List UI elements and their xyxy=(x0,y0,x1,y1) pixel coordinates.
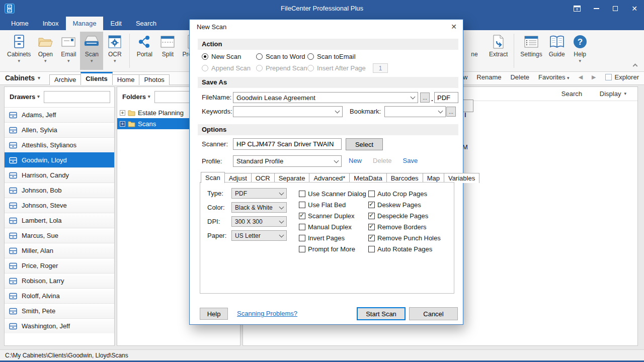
files-search-button[interactable]: Search xyxy=(561,90,582,98)
checkbox-option[interactable]: ✓ Invert Pages xyxy=(299,234,366,242)
bookmark-browse-button[interactable]: ... xyxy=(446,107,456,117)
drawer-list-item[interactable]: Johnson, Steve xyxy=(5,198,114,213)
close-window-icon[interactable]: ✕ xyxy=(625,0,644,17)
insert-after-page-input[interactable] xyxy=(373,63,388,73)
ribbon-button-open[interactable]: Open ▾ xyxy=(34,32,57,70)
explorer-toggle[interactable]: Explorer xyxy=(605,73,639,81)
checkbox-option[interactable]: ✓ Despeckle Pages xyxy=(368,212,441,220)
checkbox-icon[interactable]: ✓ xyxy=(368,213,375,219)
explorer-checkbox[interactable] xyxy=(605,74,612,80)
checkbox-icon[interactable]: ✓ xyxy=(368,202,375,208)
drawer-list-item[interactable]: Robison, Larry xyxy=(5,273,114,288)
settings-tab[interactable]: Separate xyxy=(274,173,310,183)
forward-arrow-icon[interactable]: ▶ xyxy=(592,74,596,80)
cabinet-tab[interactable]: Archive xyxy=(49,74,81,85)
radio-button-icon[interactable] xyxy=(256,53,263,60)
ribbon-button-extract[interactable]: Extract xyxy=(486,32,511,70)
dialog-close-icon[interactable]: ✕ xyxy=(451,23,457,31)
select-scanner-button[interactable]: Select xyxy=(346,138,383,150)
checkbox-option[interactable]: ✓ Use Scanner Dialog xyxy=(299,190,366,198)
drawer-list-item[interactable]: Marcus, Sue xyxy=(5,228,114,243)
ribbon-button-split[interactable]: Split xyxy=(156,32,179,70)
profile-link[interactable]: Save xyxy=(403,157,418,164)
menu-tab[interactable]: Home xyxy=(4,17,36,30)
drawer-list-item[interactable]: Washington, Jeff xyxy=(5,318,114,333)
drawer-list-item[interactable]: Goodwin, Lloyd xyxy=(5,152,114,167)
filename-browse-button[interactable]: ... xyxy=(420,93,430,103)
drawer-list-item[interactable]: Miller, Alan xyxy=(5,243,114,258)
maximize-icon[interactable] xyxy=(606,0,625,17)
ribbon-button-guide[interactable]: Guide xyxy=(545,32,569,70)
help-button[interactable]: Help xyxy=(200,308,228,320)
settings-tab[interactable]: MetaData xyxy=(349,173,386,183)
profile-link[interactable]: New xyxy=(349,157,362,164)
checkbox-icon[interactable]: ✓ xyxy=(368,191,375,197)
checkbox-icon[interactable]: ✓ xyxy=(299,191,305,197)
radio-button-icon[interactable] xyxy=(307,53,314,60)
checkbox-icon[interactable]: ✓ xyxy=(368,235,375,241)
ribbon-button-email[interactable]: Email ▾ xyxy=(57,32,80,70)
cancel-button[interactable]: Cancel xyxy=(409,307,458,320)
checkbox-icon[interactable]: ✓ xyxy=(299,235,305,241)
folders-dropdown[interactable]: Folders▾ xyxy=(122,91,150,101)
drawer-list-item[interactable]: Johnson, Bob xyxy=(5,183,114,198)
menu-tab[interactable]: Search xyxy=(129,17,164,30)
checkbox-option[interactable]: ✓ Manual Duplex xyxy=(299,223,366,231)
radio-option[interactable]: Scan to Word xyxy=(256,53,307,60)
files-display-dropdown[interactable]: Display▾ xyxy=(600,90,626,98)
checkbox-option[interactable]: ✓ Remove Borders xyxy=(368,223,441,231)
select-dropdown[interactable]: US Letter xyxy=(231,230,287,241)
checkbox-icon[interactable]: ✓ xyxy=(299,202,305,208)
drawers-search-input[interactable] xyxy=(44,91,110,103)
select-dropdown[interactable]: Black & White xyxy=(231,202,287,213)
checkbox-option[interactable]: ✓ Deskew Pages xyxy=(368,201,441,209)
keywords-combobox[interactable] xyxy=(233,106,343,117)
checkbox-icon[interactable]: ✓ xyxy=(368,224,375,230)
settings-tab[interactable]: OCR xyxy=(251,173,275,183)
drawer-list-item[interactable]: Atteshlis, Stylianos xyxy=(5,137,114,152)
menu-tab[interactable]: Manage xyxy=(66,17,104,30)
radio-button-icon[interactable] xyxy=(202,53,208,60)
cabinet-tab[interactable]: Home xyxy=(112,74,140,85)
expand-plus-icon[interactable]: + xyxy=(120,110,125,116)
drawer-list-item[interactable]: Allen, Sylvia xyxy=(5,122,114,137)
extension-input[interactable] xyxy=(434,92,458,103)
checkbox-option[interactable]: ✓ Auto Rotate Pages xyxy=(368,245,441,253)
select-dropdown[interactable]: 300 X 300 xyxy=(231,216,287,227)
ribbon-button-portal[interactable]: Portal xyxy=(133,32,156,70)
checkbox-option[interactable]: ✓ Scanner Duplex xyxy=(299,212,366,220)
checkbox-icon[interactable]: ✓ xyxy=(299,213,305,219)
menu-tab[interactable]: Edit xyxy=(103,17,128,30)
checkbox-icon[interactable]: ✓ xyxy=(368,246,375,252)
checkbox-option[interactable]: ✓ Auto Crop Pages xyxy=(368,190,441,198)
ribbon-button-ocr[interactable]: OCR ▾ xyxy=(103,32,126,70)
ribbon-button-partial-label[interactable]: ne xyxy=(463,32,486,70)
radio-option[interactable]: Prepend Scan xyxy=(256,64,307,72)
checkbox-option[interactable]: ✓ Use Flat Bed xyxy=(299,201,366,209)
settings-tab[interactable]: Map xyxy=(423,173,444,183)
expand-plus-icon[interactable]: + xyxy=(120,121,125,127)
profile-link[interactable]: Delete xyxy=(373,157,392,164)
ribbon-button-cabinets[interactable]: Cabinets ▾ xyxy=(4,32,34,70)
drawer-list-item[interactable]: Roloff, Alvina xyxy=(5,288,114,303)
favorites-dropdown[interactable]: Favorites ▾ xyxy=(538,73,570,81)
radio-option[interactable]: Append Scan xyxy=(202,64,256,72)
scanner-input[interactable] xyxy=(233,138,342,150)
scanning-problems-link[interactable]: Scanning Problems? xyxy=(237,310,297,317)
drawer-list-item[interactable]: Smith, Pete xyxy=(5,303,114,318)
drawer-list-item[interactable]: Price, Roger xyxy=(5,258,114,273)
profile-combobox[interactable]: Standard Profile xyxy=(233,155,342,167)
drawers-dropdown[interactable]: Drawers▾ xyxy=(10,91,40,101)
start-scan-button[interactable]: Start Scan xyxy=(357,307,406,320)
checkbox-option[interactable]: ✓ Remove Punch Holes xyxy=(368,234,441,242)
bookmark-combobox[interactable] xyxy=(384,106,446,117)
settings-tab[interactable]: Scan xyxy=(201,172,225,183)
delete-button[interactable]: Delete xyxy=(510,73,529,81)
cabinet-tab[interactable]: Photos xyxy=(139,74,169,85)
ribbon-button-scan[interactable]: Scan ▾ xyxy=(80,32,103,70)
collapse-ribbon-icon[interactable] xyxy=(633,63,638,67)
back-arrow-icon[interactable]: ◀ xyxy=(579,74,583,80)
radio-option[interactable]: Insert After Page xyxy=(307,64,366,72)
settings-tab[interactable]: Advanced* xyxy=(309,173,350,183)
radio-button-icon[interactable] xyxy=(307,65,314,71)
